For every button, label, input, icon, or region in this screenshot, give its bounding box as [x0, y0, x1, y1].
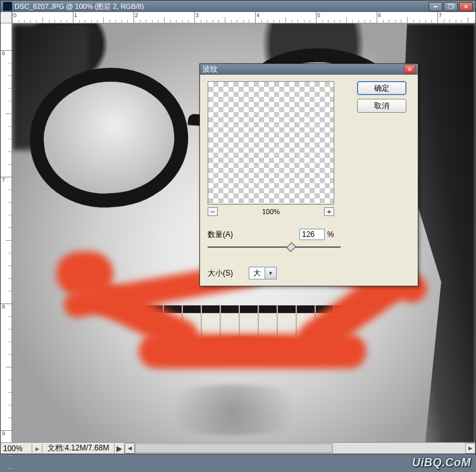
document-size: 文档:4.12M/7.68M	[42, 443, 115, 454]
scroll-track[interactable]	[135, 443, 465, 454]
watermark-logo: UiBQ.CoM	[412, 456, 471, 469]
ok-button[interactable]: 确定	[357, 81, 406, 95]
filter-preview[interactable]	[208, 81, 334, 205]
size-select-value: 大	[249, 268, 265, 279]
window-close-button[interactable]: ✕	[459, 2, 473, 11]
horizontal-scrollbar[interactable]: ◀ ▶	[125, 443, 475, 454]
chevron-down-icon[interactable]: ▼	[265, 267, 276, 279]
cancel-button[interactable]: 取消	[357, 99, 406, 113]
zoom-out-button[interactable]: −	[208, 207, 218, 216]
app-icon	[3, 2, 12, 11]
status-play-icon[interactable]: ▸	[32, 444, 42, 453]
scroll-right-icon[interactable]: ▶	[465, 443, 475, 454]
amount-label: 数量(A)	[208, 229, 246, 240]
status-bar: 100% ▸ 文档:4.12M/7.68M ▶ ◀ ▶	[1, 442, 475, 454]
zoom-level[interactable]: 100%	[1, 444, 32, 453]
zoom-in-button[interactable]: +	[324, 207, 334, 216]
maximize-button[interactable]: ❐	[444, 2, 458, 11]
dialog-titlebar[interactable]: 波纹 ✕	[200, 64, 418, 75]
amount-unit: %	[327, 230, 334, 239]
scroll-left-icon[interactable]: ◀	[125, 443, 135, 454]
dialog-close-button[interactable]: ✕	[404, 65, 415, 74]
ripple-dialog: 波纹 ✕ − 100% + 数量(A) % 大小(S) 大	[199, 63, 418, 286]
size-label: 大小(S)	[208, 268, 246, 279]
amount-slider[interactable]	[208, 241, 341, 253]
size-select[interactable]: 大 ▼	[249, 267, 277, 279]
preview-zoom-label: 100%	[218, 208, 324, 215]
amount-input[interactable]	[299, 229, 325, 240]
ruler-origin[interactable]	[1, 12, 12, 23]
window-title: DSC_6207.JPG @ 100% (图层 2, RGB/8)	[15, 2, 429, 11]
scroll-thumb[interactable]	[135, 443, 333, 453]
dialog-title: 波纹	[203, 64, 404, 75]
status-menu-arrow-icon[interactable]: ▶	[115, 444, 125, 453]
ruler-horizontal[interactable]: 01234567	[12, 12, 475, 23]
ruler-vertical[interactable]: 6789	[1, 12, 12, 442]
minimize-button[interactable]: ━	[429, 2, 442, 11]
